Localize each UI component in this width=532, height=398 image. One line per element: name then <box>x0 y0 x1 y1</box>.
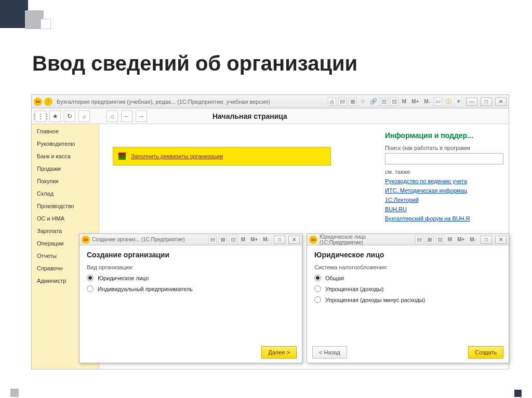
dlg1-maximize[interactable]: □ <box>274 236 285 244</box>
dlg2-icon: 1c <box>309 236 317 244</box>
legal-entity-dialog: 1c Юридическое лицо (1С:Предприятие) ▤ ▦… <box>307 234 509 363</box>
dlg2-tb-icon1[interactable]: ▤ <box>415 236 423 244</box>
dlg1-mplus[interactable]: М+ <box>249 236 259 244</box>
dlg2-title: Юридическое лицо <box>314 251 501 259</box>
fill-org-banner: Заполнить реквизиты организации <box>113 147 331 166</box>
dlg1-field-label: Вид организации: <box>87 264 295 270</box>
nav-home-icon[interactable]: ⌂ <box>107 111 118 122</box>
sidebar-item-assets[interactable]: ОС и НМА <box>32 212 99 225</box>
dlg1-title: Создание организации <box>87 251 295 259</box>
sidebar-item-bank[interactable]: Банк и касса <box>32 150 99 162</box>
app-1c-icon: 1c <box>34 98 42 106</box>
search-label: Поиск (как работать в программ <box>385 145 503 151</box>
dlg2-create-button[interactable]: Создать <box>468 346 503 359</box>
nav-history-icon[interactable]: ↻ <box>64 111 75 122</box>
right-link-1[interactable]: ИТС. Методическая информац <box>385 187 503 194</box>
right-link-4[interactable]: Бухгалтерский форум на BUH.R <box>385 215 503 222</box>
dlg1-icon: 1c <box>82 236 90 244</box>
radio-icon <box>314 285 321 292</box>
fill-org-link[interactable]: Заполнить реквизиты организации <box>131 153 223 159</box>
minimize-button[interactable]: — <box>466 98 477 106</box>
dlg2-titlebar-text: Юридическое лицо (1С:Предприятие) <box>320 234 411 245</box>
nav-star-icon[interactable]: ★ <box>49 111 61 122</box>
nav-fwd-icon[interactable]: → <box>136 111 147 122</box>
sidebar-item-manager[interactable]: Руководителю <box>32 138 99 150</box>
right-link-2[interactable]: 1С:Лекторий <box>385 197 503 203</box>
dlg2-m[interactable]: М <box>446 236 454 244</box>
sidebar-item-warehouse[interactable]: Склад <box>32 187 99 200</box>
window-title: Бухгалтерия предприятия (учебная), редак… <box>57 99 270 105</box>
dlg2-back-button[interactable]: < Назад <box>312 346 347 359</box>
slide-decoration <box>0 0 51 29</box>
dlg2-close[interactable]: ✕ <box>495 236 507 244</box>
close-button[interactable]: ✕ <box>495 98 507 106</box>
dlg2-titlebar: 1c Юридическое лицо (1С:Предприятие) ▤ ▦… <box>307 234 509 245</box>
dlg1-radio-individual[interactable]: Индивидуальный предприниматель <box>87 285 295 292</box>
dlg1-opt0-label: Юридическое лицо <box>98 275 149 281</box>
dlg1-m[interactable]: М <box>240 236 247 244</box>
dlg2-tb-icon2[interactable]: ▦ <box>425 236 434 244</box>
slide-title: Ввод сведений об организации <box>32 52 357 75</box>
tb-icon-grid[interactable]: ▦ <box>349 98 357 106</box>
nav-back-icon[interactable]: ← <box>121 111 132 122</box>
tb-icon-print[interactable]: 🖨 <box>328 98 336 106</box>
radio-icon <box>314 296 321 303</box>
titlebar-back-icon[interactable]: ‹ <box>44 98 52 106</box>
dlg2-mplus[interactable]: М+ <box>456 236 466 244</box>
dlg1-mminus[interactable]: М- <box>261 236 271 244</box>
sidebar-item-main[interactable]: Главное <box>32 125 99 138</box>
radio-icon <box>87 285 94 292</box>
sidebar-item-production[interactable]: Производство <box>32 200 99 212</box>
dlg1-tb-icon1[interactable]: ▤ <box>208 236 217 244</box>
radio-icon <box>314 275 321 281</box>
slide-bottom-decoration <box>0 391 532 398</box>
dlg2-maximize[interactable]: □ <box>481 236 492 244</box>
dlg2-opt0-label: Общая <box>325 275 344 281</box>
dlg2-opt2-label: Упрощенная (доходы минус расходы) <box>325 297 425 303</box>
dlg1-titlebar: 1c Создание организ... (1С:Предприятие) … <box>79 234 302 245</box>
dlg2-radio-usn-income[interactable]: Упрощенная (доходы) <box>314 285 501 292</box>
dlg2-field-label: Система налогообложения: <box>314 264 501 270</box>
dlg2-create-label: Создать <box>475 349 497 355</box>
create-org-dialog: 1c Создание организ... (1С:Предприятие) … <box>79 234 302 363</box>
dlg1-close[interactable]: ✕ <box>288 236 300 244</box>
nav-search-icon[interactable]: ⌕ <box>78 111 90 122</box>
dlg2-tb-icon3[interactable]: ▧ <box>436 236 444 244</box>
tb-icon-info[interactable]: ⓘ <box>444 98 453 106</box>
dlg2-radio-general[interactable]: Общая <box>314 275 501 281</box>
sidebar-item-purchases[interactable]: Покупки <box>32 175 99 187</box>
dlg1-titlebar-text: Создание организ... (1С:Предприятие) <box>92 237 185 242</box>
tb-icon-calc[interactable]: ▥ <box>380 98 388 106</box>
nav-grid-icon[interactable]: ⋮⋮⋮ <box>35 111 46 122</box>
main-titlebar: 1c ‹ Бухгалтерия предприятия (учебная), … <box>32 95 509 108</box>
radio-icon <box>87 275 94 281</box>
right-link-3[interactable]: BUH.RU <box>385 206 503 212</box>
see-also-label: см. также <box>385 169 503 175</box>
page-title: Начальная страница <box>212 112 287 120</box>
dlg1-tb-icon3[interactable]: ▧ <box>229 236 237 244</box>
dlg1-tb-icon2[interactable]: ▦ <box>219 236 227 244</box>
banner-icon <box>118 153 126 160</box>
right-link-0[interactable]: Руководство по ведению учета <box>385 178 503 184</box>
tb-icon-link[interactable]: 🔗 <box>369 98 378 106</box>
tb-icon-star[interactable]: ☆ <box>359 98 367 106</box>
dlg1-next-button[interactable]: Далее > <box>261 346 297 359</box>
search-input[interactable] <box>385 153 503 164</box>
tb-icon-mminus[interactable]: М- <box>422 98 432 106</box>
tb-icon-doc[interactable]: ▤ <box>338 98 347 106</box>
nav-row: ⋮⋮⋮ ★ ↻ ⌕ ⌂ ← → Начальная страница <box>32 108 509 124</box>
sidebar-item-sales[interactable]: Продажи <box>32 162 99 175</box>
maximize-button[interactable]: □ <box>481 98 492 106</box>
dlg2-radio-usn-expense[interactable]: Упрощенная (доходы минус расходы) <box>314 296 501 303</box>
tb-icon-mplus[interactable]: М+ <box>410 98 420 106</box>
tb-icon-sheet[interactable]: ▧ <box>390 98 398 106</box>
tb-icon-m[interactable]: М <box>401 98 408 106</box>
dlg2-opt1-label: Упрощенная (доходы) <box>325 286 383 292</box>
right-heading: Информация и поддер... <box>385 131 503 140</box>
tb-icon-panel[interactable]: ▭ <box>434 98 442 106</box>
tb-icon-dropdown[interactable]: ▾ <box>455 98 463 106</box>
dlg2-back-label: < Назад <box>319 349 340 355</box>
dlg1-radio-legal[interactable]: Юридическое лицо <box>87 275 295 281</box>
dlg2-mminus[interactable]: М- <box>468 236 477 244</box>
dlg1-opt1-label: Индивидуальный предприниматель <box>98 286 193 292</box>
